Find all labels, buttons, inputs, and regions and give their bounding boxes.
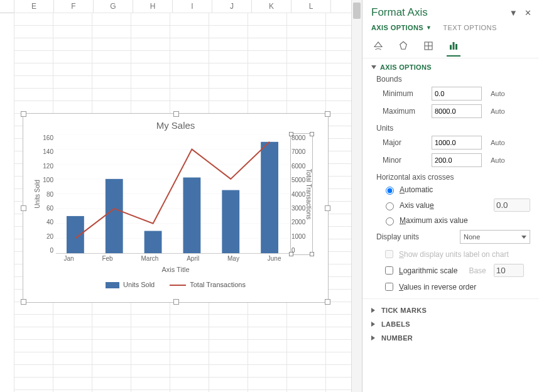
svg-rect-10 [106,179,123,253]
axis-options-icon[interactable] [447,39,460,57]
resize-handle[interactable] [325,299,330,305]
svg-rect-20 [453,42,455,50]
column-headers: E F G H I J K L [0,0,362,13]
radio-axis-value[interactable] [386,202,394,210]
bounds-label: Bounds [371,71,530,85]
svg-rect-21 [455,44,457,50]
resize-handle[interactable] [21,205,26,211]
resize-handle[interactable] [21,299,26,305]
legend-swatch-line [170,285,186,286]
col-header[interactable]: E [14,0,54,13]
pane-title: Format Axis [371,6,428,19]
check-reverse-order[interactable] [385,283,393,291]
svg-rect-11 [144,231,162,253]
plot-area[interactable] [56,134,289,254]
section-tick-marks[interactable]: TICK MARKS [371,307,530,314]
col-header[interactable]: L [291,0,331,13]
col-header[interactable]: G [94,0,133,13]
col-header[interactable]: F [54,0,94,13]
bounds-max-input[interactable] [432,104,482,118]
section-axis-options[interactable]: AXIS OPTIONS [371,63,530,71]
y-right-axis-label[interactable]: Total Transactions [305,169,312,220]
resize-handle[interactable] [173,299,179,305]
display-units-select[interactable]: None [460,230,530,244]
log-base-input [494,264,524,277]
pane-dropdown-icon[interactable]: ▼ [507,8,520,18]
tab-axis-options[interactable]: AXIS OPTIONS▼ [371,24,432,31]
units-label: Units [371,120,530,134]
spreadsheet-area[interactable]: E F G H I J K L My Sales Units Sold [0,0,362,392]
resize-handle[interactable] [173,111,179,117]
col-header[interactable]: K [252,0,291,13]
y-left-ticks: 160140120100806040200 [37,134,53,254]
row-gutter [0,13,14,392]
units-major-input[interactable] [432,136,482,150]
format-axis-pane: Format Axis ▼ ✕ AXIS OPTIONS▼ TEXT OPTIO… [362,0,539,392]
fill-line-icon[interactable] [371,39,385,53]
units-minor-input[interactable] [432,153,482,167]
check-log-scale[interactable] [385,266,393,275]
col-header[interactable]: J [212,0,252,13]
hax-crosses-label: Horizontal axis crosses [371,169,530,183]
scrollbar-thumb[interactable] [353,3,361,19]
svg-rect-14 [261,142,278,253]
close-icon[interactable]: ✕ [522,8,534,18]
bounds-min-input[interactable] [432,87,482,101]
resize-handle[interactable] [325,111,330,117]
check-show-units-label [385,250,393,258]
section-number[interactable]: NUMBER [371,334,530,342]
legend-swatch-bar [106,282,119,288]
radio-max-axis-value[interactable] [386,217,394,226]
section-labels[interactable]: LABELS [371,320,530,328]
axis-value-input [494,199,530,212]
tab-text-options[interactable]: TEXT OPTIONS [443,24,496,31]
svg-marker-15 [400,41,407,49]
radio-automatic[interactable] [386,187,394,195]
chart-legend[interactable]: Units Sold Total Transactions [23,281,328,288]
effects-icon[interactable] [396,39,410,53]
x-axis-title[interactable]: Axis Title [23,266,328,273]
svg-rect-13 [222,190,239,253]
svg-rect-9 [67,216,84,253]
vertical-scrollbar[interactable] [351,0,362,392]
display-units-label: Display units [376,232,419,241]
col-header[interactable]: H [133,0,173,13]
svg-rect-12 [183,178,201,253]
resize-handle[interactable] [21,111,26,117]
svg-rect-19 [450,45,452,50]
col-header[interactable]: I [173,0,212,13]
resize-handle[interactable] [325,205,330,211]
embedded-chart[interactable]: My Sales Units Sold 16014012010080604020… [23,113,329,303]
size-properties-icon[interactable] [422,39,435,53]
x-axis-categories: JanFebMarchAprilMayJune [50,255,295,262]
